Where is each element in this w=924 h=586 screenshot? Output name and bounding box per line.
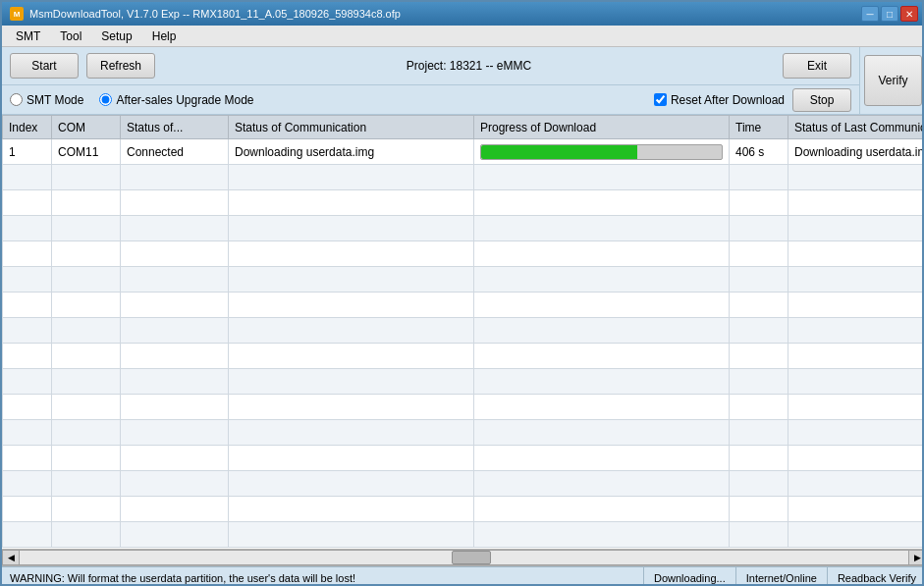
- scroll-right-button[interactable]: ▶: [908, 550, 924, 565]
- cell-empty: [52, 318, 121, 344]
- cell-empty: [3, 471, 52, 497]
- cell-empty: [730, 344, 788, 369]
- table-row-empty: [3, 446, 925, 471]
- status-downloading: Downloading...: [643, 567, 735, 586]
- cell-empty: [3, 522, 52, 548]
- cell-empty: [3, 190, 52, 216]
- cell-empty: [52, 369, 121, 395]
- cell-empty: [3, 318, 52, 344]
- cell-empty: [121, 267, 229, 293]
- cell-empty: [229, 369, 474, 395]
- stop-button[interactable]: Stop: [792, 88, 851, 112]
- col-index: Index: [3, 116, 52, 139]
- cell-empty: [3, 395, 52, 420]
- cell-empty: [229, 241, 474, 267]
- title-controls: ─ □ ✕: [861, 6, 918, 22]
- scrollbar-area: ◀ ▶: [2, 549, 924, 566]
- cell-empty: [52, 293, 121, 318]
- cell-empty: [229, 522, 474, 548]
- scroll-track[interactable]: [20, 550, 908, 565]
- table-row-empty: [3, 241, 925, 267]
- cell-empty: [730, 318, 788, 344]
- reset-checkbox-label[interactable]: Reset After Download: [654, 93, 785, 107]
- cell-empty: [229, 471, 474, 497]
- start-button[interactable]: Start: [10, 53, 79, 79]
- right-controls: Reset After Download Stop: [654, 88, 851, 112]
- toolbar-wrapper: Start Refresh Project: 18321 -- eMMC Exi…: [2, 47, 924, 115]
- cell-empty: [788, 471, 925, 497]
- menu-tool[interactable]: Tool: [50, 27, 91, 45]
- progress-bar: [481, 145, 637, 159]
- cell-empty: [229, 190, 474, 216]
- status-readback: Readback Verify: [827, 567, 924, 586]
- cell-empty: [121, 190, 229, 216]
- cell-com: COM11: [52, 139, 121, 165]
- cell-empty: [788, 395, 925, 420]
- cell-empty: [730, 216, 788, 241]
- cell-empty: [52, 344, 121, 369]
- cell-empty: [121, 446, 229, 471]
- cell-empty: [229, 446, 474, 471]
- cell-empty: [229, 497, 474, 522]
- maximize-button[interactable]: □: [881, 6, 898, 22]
- cell-empty: [788, 190, 925, 216]
- cell-empty: [730, 497, 788, 522]
- cell-empty: [3, 241, 52, 267]
- cell-empty: [474, 522, 730, 548]
- cell-status-comm: Downloading userdata.img: [229, 139, 474, 165]
- cell-empty: [52, 190, 121, 216]
- scroll-left-button[interactable]: ◀: [2, 550, 20, 565]
- smt-mode-input[interactable]: [10, 93, 23, 106]
- menu-help[interactable]: Help: [142, 27, 187, 45]
- cell-empty: [474, 446, 730, 471]
- cell-empty: [229, 267, 474, 293]
- cell-empty: [52, 395, 121, 420]
- reset-label: Reset After Download: [671, 93, 785, 107]
- cell-empty: [121, 344, 229, 369]
- cell-empty: [474, 190, 730, 216]
- app-icon: M: [10, 7, 24, 21]
- cell-empty: [788, 165, 925, 190]
- cell-empty: [788, 293, 925, 318]
- menu-smt[interactable]: SMT: [6, 27, 50, 45]
- cell-empty: [730, 165, 788, 190]
- cell-empty: [788, 369, 925, 395]
- cell-empty: [52, 471, 121, 497]
- table-row-empty: [3, 293, 925, 318]
- cell-empty: [788, 241, 925, 267]
- scroll-thumb[interactable]: [452, 551, 491, 564]
- refresh-button[interactable]: Refresh: [86, 53, 155, 79]
- table-scroll[interactable]: Index COM Status of... Status of Communi…: [2, 115, 924, 549]
- col-progress: Progress of Download: [474, 116, 730, 139]
- verify-button[interactable]: Verify: [864, 55, 922, 106]
- table-row-empty: [3, 395, 925, 420]
- aftersales-mode-input[interactable]: [99, 93, 112, 106]
- reset-checkbox[interactable]: [654, 93, 667, 106]
- cell-empty: [3, 267, 52, 293]
- cell-empty: [474, 216, 730, 241]
- close-button[interactable]: ✕: [900, 6, 918, 22]
- status-warning: WARNING: Will format the userdata partit…: [2, 572, 643, 584]
- cell-empty: [229, 293, 474, 318]
- table-row-empty: [3, 522, 925, 548]
- cell-empty: [52, 267, 121, 293]
- cell-empty: [788, 267, 925, 293]
- cell-index: 1: [3, 139, 52, 165]
- smt-mode-radio[interactable]: SMT Mode: [10, 93, 83, 107]
- cell-empty: [121, 241, 229, 267]
- cell-empty: [121, 420, 229, 446]
- menu-setup[interactable]: Setup: [91, 27, 141, 45]
- cell-empty: [730, 241, 788, 267]
- cell-empty: [730, 522, 788, 548]
- cell-time: 406 s: [730, 139, 788, 165]
- exit-button[interactable]: Exit: [783, 53, 851, 79]
- cell-empty: [474, 267, 730, 293]
- cell-empty: [121, 471, 229, 497]
- aftersales-mode-radio[interactable]: After-sales Upgrade Mode: [99, 93, 253, 107]
- minimize-button[interactable]: ─: [861, 6, 879, 22]
- col-status-of: Status of...: [121, 116, 229, 139]
- cell-empty: [474, 293, 730, 318]
- cell-empty: [121, 165, 229, 190]
- cell-empty: [474, 497, 730, 522]
- status-bar: WARNING: Will format the userdata partit…: [2, 566, 924, 586]
